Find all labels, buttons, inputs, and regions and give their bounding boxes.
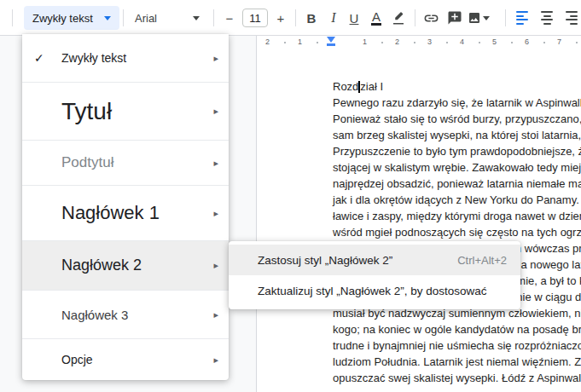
ruler-tick [576, 42, 578, 43]
font-size-input[interactable]: 11 [242, 9, 268, 27]
ruler-tick [317, 42, 318, 43]
styles-menu-item-subtitle[interactable]: Podtytuł ▸ [22, 141, 229, 185]
checkmark-icon: ✓ [34, 51, 44, 65]
ruler-mark: 2 [265, 37, 270, 46]
document-line[interactable]: najprędzej obsadzić, ponieważ latarnia n… [333, 176, 581, 192]
image-icon [468, 10, 481, 26]
toolbar-separator [295, 9, 296, 26]
submenu-arrow-icon: ▸ [213, 260, 218, 271]
chevron-down-icon [104, 16, 111, 20]
decrease-font-size-button[interactable]: − [218, 6, 241, 30]
document-line[interactable]: ławice i zaspy, między którymi droga naw… [333, 208, 581, 224]
insert-image-button[interactable] [468, 6, 490, 30]
menu-item-label: Zwykły tekst [61, 51, 126, 65]
italic-button[interactable]: I [322, 6, 345, 30]
styles-menu-item-title[interactable]: Tytuł ▸ [22, 83, 229, 140]
document-line[interactable]: opuszczać swej skalistej wysepki. Łódź z… [333, 370, 581, 386]
font-dropdown[interactable]: Arial [130, 6, 205, 30]
styles-menu: ✓ Zwykły tekst ▸ Tytuł ▸ Podtytuł ▸ Nagł… [22, 34, 229, 380]
keyboard-shortcut: Ctrl+Alt+2 [440, 254, 507, 267]
bold-button[interactable]: B [300, 6, 322, 30]
first-line-indent-marker[interactable] [327, 37, 335, 43]
ruler-tick [543, 42, 545, 43]
styles-menu-item-heading-3[interactable]: Nagłówek 3 ▸ [22, 291, 229, 338]
ruler-mark: 4 [460, 37, 464, 46]
chevron-down-icon [483, 16, 490, 20]
submenu-item-apply-style[interactable]: Zastosuj styl „Nagłówek 2” Ctrl+Alt+2 [229, 245, 520, 275]
document-line[interactable]: stojącej w skalistym wrębie. Zawakowało … [333, 159, 581, 176]
submenu-item-label: Zaktualizuj styl „Nagłówek 2”, by dostos… [258, 285, 487, 297]
align-right-button[interactable] [560, 6, 581, 30]
increase-font-size-button[interactable]: + [270, 6, 292, 30]
insert-link-button[interactable] [420, 6, 442, 30]
align-center-icon [540, 11, 554, 25]
ruler-tick [479, 42, 480, 43]
ruler-mark: 1 [363, 37, 367, 46]
document-line[interactable]: trudne i bynajmniej nie uśmiecha się roz… [333, 337, 581, 354]
submenu-arrow-icon: ▸ [213, 158, 218, 169]
document-text[interactable]: Rozdział I Pewnego razu zdarzyło się, że… [333, 78, 581, 386]
ruler-tick [446, 42, 448, 43]
ruler-mark: 2 [395, 37, 399, 46]
styles-menu-item-normal-text[interactable]: ✓ Zwykły tekst ▸ [22, 34, 229, 82]
toolbar-separator [505, 9, 506, 26]
align-left-icon [516, 11, 530, 25]
underline-button[interactable]: U [343, 6, 365, 30]
document-line[interactable]: Pewnego razu zdarzyło się, że latarnik w… [333, 95, 581, 111]
document-heading-line[interactable]: Rozdział I [333, 78, 581, 95]
heading-2-submenu: Zastosuj styl „Nagłówek 2” Ctrl+Alt+2 Za… [229, 241, 520, 309]
menu-item-label: Nagłówek 1 [61, 202, 160, 224]
heading-text-before-cursor: Rozd [333, 80, 358, 93]
font-dropdown-label: Arial [135, 12, 157, 25]
ruler-mark: 7 [557, 37, 561, 46]
text-color-icon: A [371, 11, 381, 26]
submenu-arrow-icon: ▸ [213, 53, 218, 64]
highlight-color-button[interactable] [387, 6, 410, 30]
ruler-tick [381, 42, 383, 43]
add-comment-button[interactable] [444, 6, 466, 30]
document-line[interactable]: kogo; na koniec w ogóle kandydatów na po… [333, 321, 581, 337]
ruler-mark: 1 [298, 37, 302, 46]
styles-dropdown[interactable]: Zwykły tekst [24, 6, 119, 30]
document-line[interactable]: wśród mgieł podnoszących się często na t… [333, 224, 581, 240]
align-right-icon [564, 11, 578, 25]
document-line[interactable]: ludziom Południa. Latarnik jest niemal w… [333, 354, 581, 370]
styles-dropdown-label: Zwykły tekst [32, 12, 93, 25]
styles-menu-item-heading-2[interactable]: Nagłówek 2 ▸ [22, 241, 229, 290]
align-left-button[interactable] [512, 6, 534, 30]
toolbar-separator [415, 9, 415, 26]
ruler-tick [511, 42, 513, 43]
submenu-item-update-style[interactable]: Zaktualizuj styl „Nagłówek 2”, by dostos… [229, 275, 520, 306]
toolbar: Zwykły tekst Arial − 11 + B I U A [0, 0, 581, 36]
styles-menu-item-options[interactable]: Opcje ▸ [22, 339, 229, 380]
menu-item-label: Tytuł [61, 98, 112, 125]
submenu-arrow-icon: ▸ [213, 355, 218, 366]
submenu-arrow-icon: ▸ [213, 106, 218, 117]
menu-item-label: Podtytuł [61, 154, 113, 171]
submenu-item-label: Zastosuj styl „Nagłówek 2” [258, 254, 392, 267]
ruler-mark: 3 [427, 37, 432, 46]
menu-item-label: Opcje [61, 353, 93, 366]
styles-menu-item-heading-1[interactable]: Nagłówek 1 ▸ [22, 186, 229, 240]
ruler-mark: 5 [492, 37, 497, 46]
submenu-arrow-icon: ▸ [213, 309, 218, 320]
ruler-tick [284, 42, 286, 43]
highlighter-icon [391, 10, 406, 26]
document-line[interactable]: Ponieważ stało się to wśród burzy, przyp… [333, 111, 581, 127]
menu-item-label: Nagłówek 3 [61, 308, 128, 322]
toolbar-separator [12, 9, 13, 26]
document-line[interactable]: jak i dla okrętów idących z New Yorku do… [333, 192, 581, 208]
align-center-button[interactable] [536, 6, 558, 30]
document-line[interactable]: sam brzeg skalistej wysepki, na której s… [333, 127, 581, 143]
google-docs-window: 2 1 1 2 3 4 5 6 7 Rozdział I Pewnego raz… [0, 0, 581, 392]
heading-text-after-cursor: ział I [360, 80, 383, 93]
left-indent-marker[interactable] [327, 43, 335, 46]
toolbar-separator [123, 9, 124, 26]
document-line[interactable]: Przypuszczenie to było tym prawdopodobni… [333, 143, 581, 159]
add-comment-icon [447, 10, 462, 26]
chevron-down-icon [193, 16, 200, 20]
ruler-tick [414, 42, 415, 43]
text-color-button[interactable]: A [365, 6, 387, 30]
toolbar-separator [213, 9, 214, 26]
link-icon [423, 10, 439, 26]
